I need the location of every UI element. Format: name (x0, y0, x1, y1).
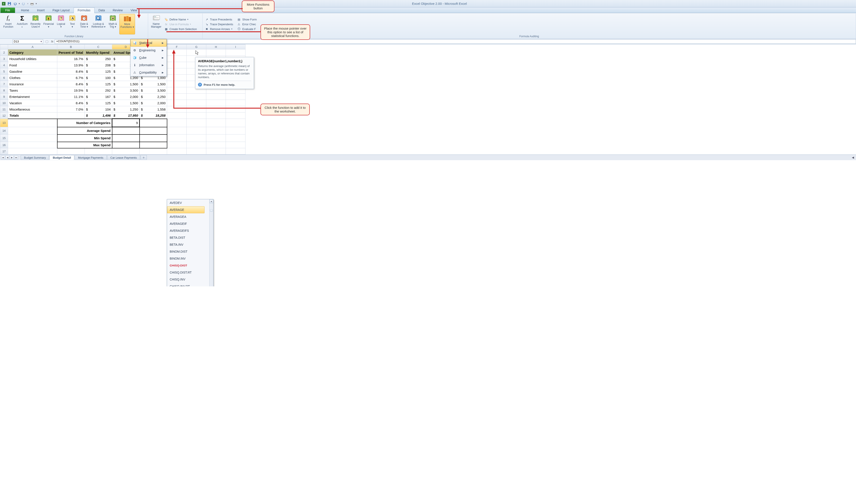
cell[interactable] (140, 119, 167, 127)
cell[interactable]: $100 (85, 75, 112, 81)
col-header-g[interactable]: G (187, 44, 206, 49)
function-item-averageif[interactable]: AVERAGEIF (167, 220, 205, 227)
cell[interactable] (167, 134, 187, 142)
cell[interactable] (112, 148, 140, 155)
row-header[interactable]: 13 (0, 119, 8, 127)
function-item-chisq-inv[interactable]: CHISQ.INV (167, 276, 205, 283)
cell[interactable]: $167 (85, 94, 112, 100)
cell[interactable]: Percent of Total (57, 49, 85, 56)
qat-customize-icon[interactable]: ▼ (35, 3, 37, 5)
cell[interactable] (187, 142, 206, 148)
row-header[interactable]: 8 (0, 87, 8, 94)
sheet-tab[interactable]: Car Lease Payments (107, 155, 140, 160)
function-item-averagea[interactable]: AVERAGEA (167, 213, 205, 220)
remove-arrows-button[interactable]: ✖Remove Arrows ▾ (204, 26, 234, 31)
cell[interactable] (226, 112, 245, 119)
col-header-c[interactable]: C (85, 44, 112, 49)
row-header[interactable]: 2 (0, 49, 8, 56)
cell[interactable] (57, 112, 85, 119)
cell[interactable]: 6.7% (57, 75, 85, 81)
cell[interactable]: 19.5% (57, 87, 85, 94)
sheet-tab[interactable]: Budget Detail (49, 155, 74, 160)
cell[interactable]: 8.4% (57, 100, 85, 106)
cell[interactable] (57, 148, 85, 155)
cell[interactable] (112, 134, 140, 142)
show-formulas-button[interactable]: ▤Show Form (236, 17, 258, 22)
row-header[interactable]: 9 (0, 94, 8, 100)
cell[interactable] (226, 127, 245, 134)
cell[interactable]: 8.4% (57, 68, 85, 75)
menu-item-information[interactable]: ℹInformation▶ (130, 61, 167, 69)
cell[interactable] (8, 134, 57, 142)
cell[interactable] (206, 100, 226, 106)
cell[interactable] (226, 94, 245, 100)
cell[interactable]: 13.9% (57, 62, 85, 68)
row-header[interactable]: 10 (0, 100, 8, 106)
cell-totals-label[interactable]: Totals (8, 112, 57, 119)
file-tab[interactable]: File (0, 7, 15, 13)
row-header[interactable]: 5 (0, 68, 8, 75)
cell[interactable] (167, 119, 187, 127)
error-checking-button[interactable]: ⚠Error Chec (236, 22, 258, 26)
cell[interactable] (8, 142, 57, 148)
function-item-binom-inv[interactable]: BINOM.INV (167, 255, 205, 262)
tab-formulas[interactable]: Formulas (74, 7, 94, 13)
tab-review[interactable]: Review (109, 7, 127, 13)
cell[interactable]: $125 (85, 68, 112, 75)
cell[interactable] (112, 127, 140, 134)
cell[interactable]: Taxes (8, 87, 57, 94)
cell[interactable] (187, 127, 206, 134)
cell[interactable] (187, 119, 206, 127)
scroll-up-icon[interactable]: ▲ (210, 199, 213, 203)
cell[interactable]: 11.1% (57, 94, 85, 100)
financial-button[interactable]: $ Financial▾ (42, 14, 55, 34)
scroll-thumb[interactable] (210, 209, 213, 212)
cell[interactable] (85, 148, 112, 155)
cell[interactable]: $3,500 (112, 87, 140, 94)
cell[interactable]: $125 (85, 100, 112, 106)
cell[interactable]: $1,496 (85, 112, 112, 119)
function-item-avedev[interactable]: AVEDEV (167, 199, 205, 206)
row-header[interactable]: 15 (0, 134, 8, 142)
redo-icon[interactable] (21, 1, 26, 6)
insert-function-button[interactable]: fx Insert Function (1, 14, 15, 34)
name-manager-button[interactable]: Name Manager (150, 14, 163, 34)
row-header[interactable]: 14 (0, 127, 8, 134)
row-header[interactable]: 3 (0, 56, 8, 62)
cell[interactable] (140, 127, 167, 134)
cell[interactable] (140, 134, 167, 142)
tab-data[interactable]: Data (94, 7, 109, 13)
cell[interactable] (206, 127, 226, 134)
tab-insert[interactable]: Insert (33, 7, 49, 13)
cell[interactable] (226, 134, 245, 142)
function-item-chisq-inv-rt[interactable]: CHISQ.INV.RT (167, 283, 205, 286)
col-header-f[interactable]: F (167, 44, 187, 49)
cell[interactable] (187, 134, 206, 142)
tab-home[interactable]: Home (17, 7, 33, 13)
function-item-averageifs[interactable]: AVERAGEIFS (167, 227, 205, 234)
cell[interactable]: $2,000 (112, 94, 140, 100)
cell[interactable]: $2,000 (140, 100, 167, 106)
cell[interactable] (167, 127, 187, 134)
cell[interactable]: $1,500 (140, 81, 167, 87)
cell[interactable] (187, 106, 206, 112)
cell[interactable]: $104 (85, 106, 112, 112)
cell[interactable]: $18,258 (140, 112, 167, 119)
cell[interactable]: $2,250 (140, 94, 167, 100)
lookup-reference-button[interactable]: Lookup & Reference ▾ (91, 14, 106, 34)
cell[interactable]: Entertainment (8, 94, 57, 100)
math-trig-button[interactable]: θ Math & Trig ▾ (107, 14, 119, 34)
date-time-button[interactable]: Date & Time ▾ (78, 14, 90, 34)
cell-min-spend-label[interactable]: Min Spend (57, 134, 112, 142)
namebox-dropdown-icon[interactable]: ▾ (40, 40, 42, 43)
trace-precedents-button[interactable]: ↗Trace Precedents (204, 17, 234, 22)
sheet-nav-next-icon[interactable]: ▶ (10, 156, 14, 160)
trace-dependents-button[interactable]: ↘Trace Dependents (204, 22, 234, 26)
menu-item-cube[interactable]: 🧊Cube▶ (130, 54, 167, 61)
row-header[interactable]: 11 (0, 106, 8, 112)
excel-icon[interactable]: X (1, 1, 6, 6)
cell[interactable] (140, 142, 167, 148)
cell[interactable]: Vacation (8, 100, 57, 106)
undo-icon[interactable] (13, 1, 17, 6)
active-cell[interactable]: 9 (112, 119, 140, 127)
